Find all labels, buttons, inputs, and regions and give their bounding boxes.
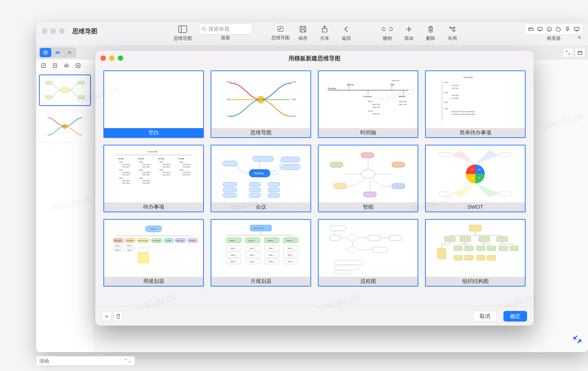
svg-text:T: T xyxy=(478,176,480,179)
svg-rect-126 xyxy=(363,192,377,197)
template-swot[interactable]: S W T O SWOT xyxy=(425,145,525,212)
toolbar-delete[interactable]: 删除 xyxy=(422,24,439,42)
cancel-button[interactable]: 取消 xyxy=(473,311,497,322)
search-input[interactable]: 搜索标题 xyxy=(199,24,252,34)
svg-rect-231 xyxy=(487,255,496,260)
pin-icon[interactable] xyxy=(564,25,571,33)
sidebar-thumb-1[interactable] xyxy=(39,75,91,106)
window-controls[interactable] xyxy=(42,28,64,34)
view-mode-1-icon[interactable] xyxy=(40,48,51,57)
svg-point-11 xyxy=(453,30,455,31)
svg-rect-212 xyxy=(335,265,358,270)
view-mode-segment[interactable] xyxy=(39,47,76,58)
toolbar-back[interactable]: 返回 xyxy=(338,24,355,42)
svg-rect-22 xyxy=(578,51,582,55)
template-meeting[interactable]: Meeting 会议 xyxy=(211,145,311,212)
svg-rect-220 xyxy=(497,236,507,242)
template-simple-todo[interactable]: To do list Item sub item sub item Item s… xyxy=(425,70,525,138)
expand-icon[interactable] xyxy=(563,48,573,57)
svg-text:Topic: Topic xyxy=(226,98,231,101)
toolbar-label: 思维导图 xyxy=(271,35,290,41)
minimize-icon[interactable] xyxy=(51,28,56,34)
template-caption: 会议 xyxy=(211,202,310,212)
toolbar-overflow[interactable]: » xyxy=(578,33,581,41)
svg-rect-135 xyxy=(440,153,452,157)
toolbar-layout[interactable]: 布局 xyxy=(444,24,461,42)
add-square-icon[interactable] xyxy=(74,62,82,69)
template-weekly-planner[interactable]: Week # Monday Tuesday Wednesday Thursday… xyxy=(103,219,204,287)
presentation-icon[interactable] xyxy=(573,25,580,33)
sidebar-action-row xyxy=(36,59,94,72)
close-icon[interactable] xyxy=(42,28,47,34)
svg-text:Topic: Topic xyxy=(226,115,231,117)
template-preview: To do list Item sub item sub item Item s… xyxy=(426,71,525,128)
search-icon xyxy=(202,27,207,31)
svg-marker-206 xyxy=(346,234,360,242)
palette-icon[interactable] xyxy=(555,25,562,33)
svg-rect-26 xyxy=(61,88,69,92)
template-todo[interactable]: To Do list Group Group Group Group ItemS… xyxy=(103,145,204,212)
svg-text:Task 3: Task 3 xyxy=(127,245,133,247)
svg-rect-122 xyxy=(334,183,346,189)
svg-text:Drag and drop to rearrange: Drag and drop to rearrange xyxy=(452,110,475,112)
svg-text:Sub Item: Sub Item xyxy=(122,165,130,168)
svg-text:Task: Task xyxy=(292,98,296,101)
dialog-window-controls[interactable] xyxy=(101,55,123,61)
resize-handle-icon[interactable] xyxy=(573,335,582,346)
template-mindmap[interactable]: Topic Topic Topic Task Task Task 思维导图 xyxy=(211,70,311,138)
view-mode-2-icon[interactable] xyxy=(52,48,63,57)
svg-text:Sub Item: Sub Item xyxy=(163,163,170,165)
svg-rect-124 xyxy=(392,162,405,167)
template-preview: Topic Topic Topic Task Task Task xyxy=(211,71,310,128)
svg-text:Group: Group xyxy=(158,158,164,160)
template-org-chart[interactable]: 组织结构图 xyxy=(425,219,525,287)
toolbar-search[interactable]: 搜索标题 搜索 xyxy=(197,24,254,41)
svg-rect-223 xyxy=(465,246,473,251)
svg-text:Sub Item: Sub Item xyxy=(122,174,130,176)
toolbar-share[interactable]: 共享 xyxy=(316,24,333,42)
ok-button[interactable]: 确定 xyxy=(504,311,527,322)
svg-rect-137 xyxy=(440,192,452,196)
close-icon[interactable] xyxy=(101,55,106,61)
svg-rect-20 xyxy=(56,51,60,54)
svg-text:Tuesday: Tuesday xyxy=(126,239,134,241)
svg-text:Event: Event xyxy=(368,100,373,102)
svg-rect-112 xyxy=(223,188,237,192)
toolbar-add[interactable]: 添加 xyxy=(400,24,417,42)
delete-template-button[interactable] xyxy=(114,311,123,321)
pencil-box-icon xyxy=(274,24,286,34)
inspector-icon-row[interactable] xyxy=(524,24,583,35)
edit-icon[interactable] xyxy=(40,62,47,69)
toolbar-mindmap[interactable]: 思维导图 xyxy=(271,24,290,41)
template-monthly-planner[interactable]: Month/Year Week 1 Week 2 Week 3 Week 4 T… xyxy=(211,219,311,287)
svg-text:Wednesday: Wednesday xyxy=(138,239,148,241)
chat-icon[interactable] xyxy=(536,25,544,33)
sidebar-thumb-2[interactable] xyxy=(39,111,91,142)
svg-text:Sub Item: Sub Item xyxy=(163,165,170,168)
view-mode-3-icon[interactable] xyxy=(64,48,75,57)
add-template-button[interactable]: ＋ xyxy=(102,311,112,321)
calendar-icon[interactable] xyxy=(575,48,585,57)
cloud-up-icon[interactable] xyxy=(63,62,70,69)
zoom-icon[interactable] xyxy=(59,28,64,34)
smiley-icon[interactable] xyxy=(545,25,553,33)
activity-select[interactable]: 活动 ⌃⌄ xyxy=(36,356,135,366)
svg-text:To do list: To do list xyxy=(463,76,473,79)
template-blank[interactable]: 空白 xyxy=(103,70,204,138)
toolbar-save[interactable]: 保存 xyxy=(294,24,311,42)
toolbar-label: 添加 xyxy=(404,35,413,42)
svg-rect-123 xyxy=(361,153,374,158)
template-timeline[interactable]: Timeline Spring Fall topic text Summer W… xyxy=(318,70,418,138)
template-flowchart[interactable]: 流程图 xyxy=(318,219,418,287)
minimize-icon[interactable] xyxy=(109,55,115,61)
toolbar-sidebar-toggle[interactable]: 思维导图 xyxy=(174,24,192,42)
svg-text:Sub Item: Sub Item xyxy=(142,179,150,182)
zoom-icon[interactable] xyxy=(118,55,123,61)
template-smart[interactable]: 智能 xyxy=(318,145,418,212)
template-caption: 思维导图 xyxy=(211,128,310,137)
new-doc-icon[interactable] xyxy=(51,62,59,69)
toolbar-undo-redo[interactable]: 撤销 xyxy=(379,24,396,42)
template-caption: 月规划器 xyxy=(211,277,310,286)
svg-marker-133 xyxy=(452,183,475,197)
ruler-icon[interactable] xyxy=(527,25,535,33)
